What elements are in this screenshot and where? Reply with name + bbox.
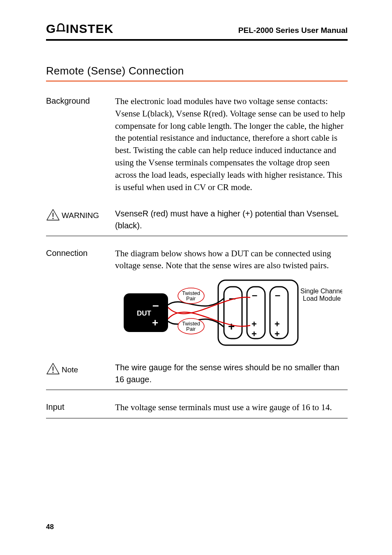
- fig-sense2-plus1: +: [274, 319, 280, 329]
- fig-sense2-plus2: +: [274, 329, 280, 339]
- brand-mark-icon: [56, 21, 65, 34]
- brand-letter-g: G: [46, 23, 56, 35]
- fig-sense1-plus2: +: [251, 329, 257, 339]
- fig-module-line1: Single Channel: [300, 288, 342, 295]
- page-number: 48: [46, 523, 54, 531]
- brand-text: INSTEK: [66, 23, 113, 35]
- fig-dut-label: DUT: [137, 309, 152, 317]
- svg-point-11: [53, 372, 54, 373]
- note-label: Note: [46, 362, 115, 377]
- text-input: The voltage sense terminals must use a w…: [115, 402, 348, 414]
- note-label-text: Note: [62, 365, 78, 374]
- label-connection: Connection: [46, 248, 115, 348]
- block-background: Background The electronic load modules h…: [46, 95, 348, 194]
- text-background: The electronic load modules have two vol…: [115, 95, 348, 194]
- warning-label: WARNING: [46, 209, 115, 223]
- block-input: Input The voltage sense terminals must u…: [46, 402, 348, 414]
- divider-after-note: [46, 390, 348, 390]
- section-divider: [46, 81, 348, 81]
- text-warning: VsenseR (red) must have a higher (+) pot…: [115, 208, 348, 232]
- fig-main-minus: –: [229, 291, 236, 305]
- svg-point-2: [53, 218, 54, 219]
- text-connection: The diagram below shows how a DUT can be…: [115, 248, 348, 272]
- label-background: Background: [46, 95, 115, 194]
- page-header: G INSTEK PEL-2000 Series User Manual: [46, 21, 348, 37]
- block-warning: WARNING VsenseR (red) must have a higher…: [46, 208, 348, 232]
- section-title: Remote (Sense) Connection: [46, 65, 348, 77]
- fig-sense1-plus1: +: [251, 319, 257, 329]
- svg-rect-4: [218, 280, 298, 345]
- brand-logo: G INSTEK: [46, 21, 113, 35]
- label-input: Input: [46, 402, 115, 414]
- text-note: The wire gauge for the sense wires shoul…: [115, 362, 348, 385]
- fig-pair-bottom: Pair: [186, 326, 196, 332]
- header-divider: [46, 39, 348, 41]
- warning-triangle-icon: [46, 209, 60, 223]
- fig-main-plus: +: [228, 320, 235, 333]
- fig-dut-plus: +: [152, 316, 158, 329]
- block-note: Note The wire gauge for the sense wires …: [46, 362, 348, 385]
- connection-diagram: DUT – + – + – + + – +: [115, 278, 348, 348]
- fig-sense2-minus: –: [275, 289, 280, 300]
- fig-module-line2: Load Module: [303, 295, 341, 302]
- note-triangle-icon: [46, 362, 60, 377]
- fig-sense1-minus: –: [252, 289, 257, 300]
- block-connection: Connection The diagram below shows how a…: [46, 248, 348, 348]
- warning-label-text: WARNING: [62, 211, 99, 220]
- fig-dut-minus: –: [152, 299, 159, 311]
- manual-title: PEL-2000 Series User Manual: [238, 26, 348, 35]
- divider-after-warning: [46, 236, 348, 236]
- fig-pair-top: Pair: [186, 295, 196, 302]
- divider-after-input: [46, 418, 348, 418]
